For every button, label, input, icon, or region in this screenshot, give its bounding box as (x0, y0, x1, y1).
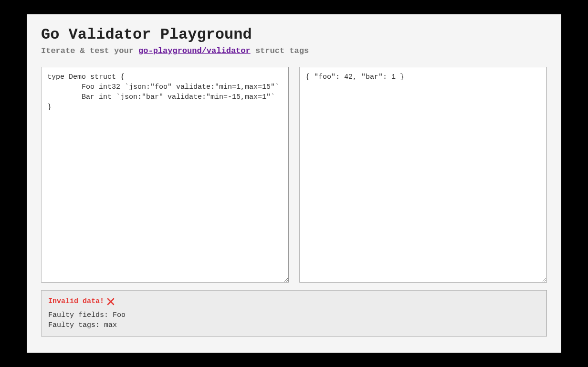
faulty-fields-label: Faulty fields: (48, 311, 113, 319)
page-subtitle: Iterate & test your go-playground/valida… (41, 46, 547, 55)
result-panel: Invalid data! Faulty fields: Foo Faulty … (41, 290, 547, 336)
error-x-icon (107, 298, 115, 305)
subtitle-prefix: Iterate & test your (41, 46, 138, 55)
validator-link[interactable]: go-playground/validator (138, 46, 251, 55)
page-container: Go Validator Playground Iterate & test y… (27, 14, 561, 353)
faulty-tags-label: Faulty tags: (48, 321, 104, 329)
faulty-fields-line: Faulty fields: Foo (48, 310, 540, 320)
struct-editor[interactable] (41, 67, 289, 283)
faulty-fields-value: Foo (113, 311, 126, 319)
subtitle-suffix: struct tags (251, 46, 309, 55)
result-status-label: Invalid data! (48, 296, 104, 306)
page-title: Go Validator Playground (41, 26, 547, 43)
json-editor[interactable] (299, 67, 547, 283)
result-status: Invalid data! (48, 296, 540, 306)
faulty-tags-line: Faulty tags: max (48, 320, 540, 330)
editors-row (41, 67, 547, 283)
faulty-tags-value: max (104, 321, 117, 329)
